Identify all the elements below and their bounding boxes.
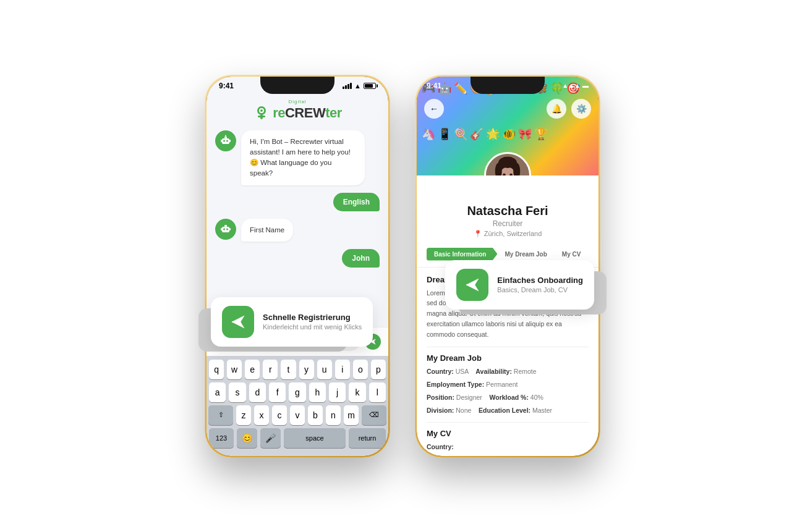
- chat-header: Digital reCREWter: [207, 93, 388, 130]
- battery-fill-left: [365, 84, 373, 88]
- svg-rect-11: [221, 140, 222, 142]
- key-a[interactable]: a: [209, 382, 226, 402]
- key-d[interactable]: d: [249, 382, 266, 402]
- key-h[interactable]: h: [309, 382, 326, 402]
- key-t[interactable]: t: [281, 360, 296, 379]
- key-w[interactable]: w: [227, 360, 242, 379]
- tab-dream-job[interactable]: My Dream Job: [497, 248, 554, 261]
- key-e[interactable]: e: [245, 360, 260, 379]
- svg-rect-16: [224, 225, 227, 227]
- notch-left: [260, 77, 334, 94]
- battery-right: ▬: [582, 82, 589, 89]
- key-s[interactable]: s: [229, 382, 245, 402]
- dj-availability-value: Remote: [514, 368, 537, 375]
- dj-row-1: Country: USA Availability: Remote: [427, 366, 589, 377]
- my-cv-title: My CV: [427, 429, 589, 438]
- user-bubble-1: English: [333, 193, 380, 211]
- key-c[interactable]: c: [272, 405, 287, 425]
- schnelle-registrierung-card[interactable]: Schnelle Registrierung Kinderleicht und …: [211, 297, 373, 347]
- svg-rect-5: [222, 138, 229, 144]
- time-left: 9:41: [219, 82, 234, 90]
- key-emoji[interactable]: 😊: [237, 428, 257, 448]
- key-return[interactable]: return: [349, 428, 386, 448]
- dj-position-value: Designer: [456, 394, 482, 401]
- settings-button[interactable]: ⚙️: [571, 99, 591, 119]
- key-y[interactable]: y: [299, 360, 314, 379]
- svg-rect-8: [224, 137, 227, 138]
- feature-title-right: Einfaches Onboarding: [497, 276, 583, 285]
- doodle-14: 🎸: [470, 127, 483, 171]
- bot-icon-1: [219, 135, 232, 147]
- profile-info: Natascha Feri Recruiter 📍 Zürich, Switze…: [417, 175, 598, 243]
- bot-bubble-2: First Name: [241, 219, 293, 242]
- dj-workload-label: Workload %:: [490, 394, 530, 401]
- left-phone-wrapper: Schnelle Registrierung Kinderleicht und …: [205, 75, 390, 458]
- left-phone: 9:41 ▲: [205, 75, 390, 458]
- key-j[interactable]: j: [329, 382, 346, 402]
- key-mic[interactable]: 🎤: [260, 428, 281, 448]
- my-dream-job-title: My Dream Job: [427, 353, 589, 363]
- dj-row-4: Division: None Education Level: Master: [427, 405, 589, 416]
- bot-avatar-1: [215, 130, 236, 151]
- notification-button[interactable]: 🔔: [547, 99, 566, 119]
- svg-point-7: [226, 140, 228, 141]
- back-button[interactable]: ←: [424, 99, 444, 119]
- battery-left: [364, 83, 376, 89]
- dream-job-section: My Dream Job Country: USA Availability: …: [427, 353, 589, 415]
- tab-my-cv[interactable]: My CV: [555, 248, 589, 261]
- logo-re: re: [273, 105, 285, 120]
- profile-face-svg: [486, 152, 529, 175]
- key-g[interactable]: g: [289, 382, 305, 402]
- feature-title-left: Schnelle Registrierung: [263, 313, 362, 322]
- svg-rect-18: [229, 228, 231, 230]
- bot-bubble-1: Hi, I'm Bot – Recrewter virtual assistan…: [241, 130, 365, 185]
- airplane-icon-left: [229, 313, 247, 331]
- my-cv-section: My CV Country:: [427, 429, 589, 452]
- bot-message-2: First Name: [215, 219, 380, 242]
- key-v[interactable]: v: [290, 405, 305, 425]
- nav-right: 🔔 ⚙️: [547, 99, 591, 119]
- svg-point-6: [223, 140, 225, 141]
- dj-row-3: Position: Designer Workload %: 40%: [427, 392, 589, 403]
- profile-avatar: [484, 152, 531, 175]
- signal-bar-1: [343, 87, 344, 89]
- key-m[interactable]: m: [344, 405, 359, 425]
- key-z[interactable]: z: [236, 405, 251, 425]
- dj-employment-value: Permanent: [486, 381, 518, 388]
- key-o[interactable]: o: [353, 360, 368, 379]
- tab-basic-info[interactable]: Basic Information: [427, 248, 497, 261]
- key-f[interactable]: f: [269, 382, 286, 402]
- key-q[interactable]: q: [209, 360, 224, 379]
- key-x[interactable]: x: [254, 405, 269, 425]
- key-r[interactable]: r: [263, 360, 278, 379]
- feature-text-right: Einfaches Onboarding Basics, Dream Job, …: [497, 276, 583, 293]
- key-l[interactable]: l: [369, 382, 386, 402]
- dj-position-label: Position:: [427, 394, 456, 401]
- user-message-2: John: [215, 249, 380, 268]
- bot-avatar-2: [215, 219, 236, 240]
- key-space[interactable]: space: [284, 428, 346, 448]
- doodle-13: 🍭: [454, 127, 467, 171]
- svg-rect-12: [229, 140, 231, 142]
- svg-rect-4: [258, 116, 265, 117]
- key-backspace[interactable]: ⌫: [362, 405, 386, 425]
- right-phone-wrapper: Einfaches Onboarding Basics, Dream Job, …: [415, 75, 600, 458]
- dj-country-value: USA: [456, 368, 469, 375]
- key-n[interactable]: n: [326, 405, 341, 425]
- einfaches-onboarding-card[interactable]: Einfaches Onboarding Basics, Dream Job, …: [445, 260, 594, 310]
- logo-container: Digital reCREWter: [253, 99, 342, 122]
- key-i[interactable]: i: [335, 360, 350, 379]
- key-shift[interactable]: ⇧: [208, 405, 233, 425]
- key-u[interactable]: u: [317, 360, 332, 379]
- dj-row-2: Employment Type: Permanent: [427, 379, 589, 390]
- svg-point-15: [226, 228, 228, 230]
- dj-availability-label: Availability:: [475, 368, 513, 375]
- key-k[interactable]: k: [349, 382, 365, 402]
- key-p[interactable]: p: [371, 360, 386, 379]
- keyboard-row-4: 123 😊 🎤 space return: [209, 428, 386, 448]
- dj-country-label: Country:: [427, 368, 456, 375]
- feature-subtitle-left: Kinderleicht und mit wenig Klicks: [263, 323, 362, 331]
- key-123[interactable]: 123: [209, 428, 234, 448]
- dj-division-value: None: [456, 407, 471, 414]
- key-b[interactable]: b: [308, 405, 323, 425]
